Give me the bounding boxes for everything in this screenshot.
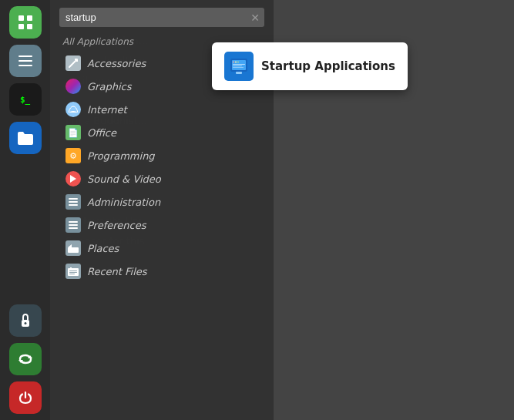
terminal-icon[interactable]: $_	[9, 83, 42, 116]
administration-label: Administration	[87, 197, 160, 208]
search-input[interactable]	[59, 8, 264, 27]
svg-rect-4	[18, 55, 32, 57]
internet-label: Internet	[87, 104, 127, 116]
update-manager-icon[interactable]	[9, 343, 42, 375]
svg-rect-0	[18, 15, 24, 21]
folder-icon[interactable]	[9, 122, 42, 154]
svg-rect-2	[18, 24, 24, 29]
category-office[interactable]: 📄 Office	[53, 121, 270, 144]
svg-rect-15	[69, 198, 78, 200]
places-icon	[66, 240, 81, 256]
category-preferences[interactable]: Preferences	[53, 213, 270, 237]
sound-video-icon	[66, 171, 81, 186]
svg-rect-6	[18, 65, 32, 66]
files-manager-icon[interactable]	[9, 45, 42, 77]
apps-launcher-icon[interactable]	[9, 6, 42, 39]
startup-app-icon	[224, 52, 254, 81]
office-icon: 📄	[66, 125, 81, 140]
search-wrapper: ✕	[59, 8, 264, 27]
graphics-icon	[66, 79, 81, 94]
category-places[interactable]: Places	[53, 237, 270, 260]
office-label: Office	[87, 127, 116, 139]
preferences-icon	[66, 217, 81, 233]
places-label: Places	[87, 243, 119, 254]
svg-point-29	[233, 62, 234, 63]
administration-icon	[66, 194, 81, 210]
svg-line-11	[69, 59, 77, 67]
search-result-popup[interactable]: Startup Applications	[212, 42, 408, 90]
svg-rect-16	[69, 201, 78, 203]
category-recent-files[interactable]: Recent Files	[53, 260, 270, 283]
svg-point-31	[237, 62, 239, 63]
svg-rect-5	[18, 60, 32, 62]
preferences-label: Preferences	[87, 220, 146, 231]
svg-rect-34	[233, 67, 244, 68]
category-programming[interactable]: ⚙ Programming	[53, 144, 270, 167]
recent-files-icon	[66, 264, 81, 279]
category-administration[interactable]: Administration	[53, 190, 270, 213]
search-result-app-name: Startup Applications	[261, 59, 395, 73]
lock-screen-icon[interactable]	[9, 304, 42, 337]
programming-icon: ⚙	[66, 148, 81, 163]
svg-rect-28	[236, 72, 242, 74]
category-sound-video[interactable]: Sound & Video	[53, 167, 270, 190]
svg-rect-3	[27, 24, 32, 29]
svg-rect-25	[69, 274, 75, 274]
sound-video-label: Sound & Video	[87, 173, 161, 185]
svg-point-30	[235, 62, 237, 63]
svg-point-8	[24, 322, 26, 324]
svg-rect-33	[233, 66, 242, 66]
svg-rect-24	[69, 272, 77, 273]
search-bar-container: ✕	[50, 8, 274, 35]
accessories-icon	[66, 55, 81, 71]
recent-files-label: Recent Files	[87, 266, 147, 277]
svg-rect-23	[69, 270, 77, 271]
svg-rect-32	[233, 64, 245, 65]
category-internet[interactable]: Internet	[53, 98, 270, 121]
svg-rect-17	[69, 204, 78, 206]
search-clear-button[interactable]: ✕	[250, 12, 260, 23]
svg-rect-1	[27, 15, 32, 21]
svg-rect-20	[69, 227, 78, 229]
graphics-label: Graphics	[87, 81, 131, 92]
svg-rect-19	[69, 224, 78, 226]
taskbar: $_	[0, 0, 50, 420]
svg-marker-14	[70, 175, 76, 183]
accessories-label: Accessories	[87, 58, 146, 69]
svg-rect-18	[69, 221, 78, 223]
power-icon[interactable]	[9, 381, 42, 414]
internet-icon	[66, 102, 81, 117]
programming-label: Programming	[87, 150, 155, 162]
svg-rect-21	[68, 247, 79, 253]
